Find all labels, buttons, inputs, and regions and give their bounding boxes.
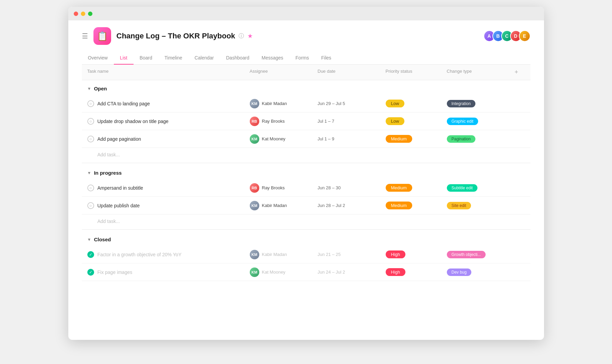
app-icon-symbol: 📋 <box>97 31 108 41</box>
section-inprogress-header[interactable]: ▼ In progress <box>82 164 530 179</box>
priority-value: High <box>386 250 406 258</box>
priority-badge[interactable]: Medium <box>386 135 447 143</box>
task-check[interactable]: ○ <box>87 185 94 191</box>
col-due-date[interactable]: Due date <box>318 69 386 76</box>
type-badge[interactable]: Integration <box>447 100 508 107</box>
info-icon[interactable]: ⓘ <box>239 33 244 40</box>
assignee-name: Kabir Madan <box>262 203 287 208</box>
table-row: ○ Add page pagination KM Kat Mooney Jul … <box>82 130 530 148</box>
due-date: Jun 29 – Jul 5 <box>318 101 386 106</box>
task-name-cell: ○ Update drop shadow on title page <box>87 118 250 125</box>
priority-badge[interactable]: High <box>386 268 447 276</box>
assignee-avatar: RB <box>250 183 259 193</box>
task-name-cell: ○ Add CTA to landing page <box>87 100 250 107</box>
priority-badge[interactable]: Low <box>386 100 447 107</box>
type-value: Pagination <box>447 135 476 143</box>
add-task-inprogress[interactable]: Add task... <box>82 214 530 228</box>
priority-badge[interactable]: Medium <box>386 184 447 192</box>
section-separator <box>82 163 530 163</box>
task-check-done[interactable]: ✓ <box>87 251 94 258</box>
table-row: ✓ Factor in a growth objective of 20% Yo… <box>82 246 530 263</box>
table-row: ○ Add CTA to landing page KM Kabir Madan… <box>82 95 530 112</box>
close-button[interactable] <box>74 12 78 16</box>
task-name-cell: ✓ Fix page images <box>87 269 250 276</box>
task-name-cell: ○ Ampersand in subtitle <box>87 185 250 191</box>
priority-value: Medium <box>386 135 412 143</box>
task-name: Factor in a growth objective of 20% YoY <box>98 252 181 257</box>
col-priority[interactable]: Priority status <box>386 69 447 76</box>
task-name: Update drop shadow on title page <box>98 119 169 124</box>
assignee-name: Kabir Madan <box>262 252 287 257</box>
due-date: Jul 1 – 7 <box>318 119 386 124</box>
table-row: ○ Update publish date KM Kabir Madan Jun… <box>82 197 530 214</box>
tab-forms[interactable]: Forms <box>290 52 315 65</box>
app-header: ☰ 📋 Change Log – The OKR Playbook ⓘ ★ A … <box>82 27 530 45</box>
task-check[interactable]: ○ <box>87 100 94 107</box>
due-date: Jul 1 – 9 <box>318 136 386 141</box>
tab-messages[interactable]: Messages <box>256 52 290 65</box>
tab-calendar[interactable]: Calendar <box>188 52 220 65</box>
assignee-cell: RB Ray Brooks <box>250 117 318 126</box>
star-icon[interactable]: ★ <box>247 32 253 40</box>
type-badge[interactable]: Pagination <box>447 135 508 143</box>
tab-list[interactable]: List <box>114 52 134 65</box>
tab-dashboard[interactable]: Dashboard <box>220 52 256 65</box>
assignee-cell: KM Kabir Madan <box>250 250 318 259</box>
task-name: Fix page images <box>98 270 133 275</box>
task-check[interactable]: ○ <box>87 202 94 209</box>
assignee-name: Kabir Madan <box>262 101 287 106</box>
avatar[interactable]: E <box>519 30 530 42</box>
col-task-name[interactable]: Task name <box>87 69 250 76</box>
priority-badge[interactable]: Low <box>386 117 447 125</box>
add-column-button[interactable]: + <box>508 69 525 76</box>
add-task-open[interactable]: Add task... <box>82 148 530 161</box>
priority-value: Low <box>386 117 405 125</box>
assignee-avatar: KM <box>250 134 259 144</box>
priority-badge[interactable]: High <box>386 250 447 258</box>
section-open-header[interactable]: ▼ Open <box>82 80 530 95</box>
col-change-type[interactable]: Change type <box>447 69 508 76</box>
tab-overview[interactable]: Overview <box>82 52 114 65</box>
tab-files[interactable]: Files <box>315 52 337 65</box>
tab-board[interactable]: Board <box>134 52 158 65</box>
minimize-button[interactable] <box>81 12 85 16</box>
priority-value: High <box>386 268 406 276</box>
task-name: Add CTA to landing page <box>98 101 150 106</box>
due-date: Jun 21 – 25 <box>318 252 386 257</box>
section-closed-chevron: ▼ <box>87 237 91 242</box>
task-check-done[interactable]: ✓ <box>87 269 94 276</box>
task-name: Ampersand in subtitle <box>98 185 143 191</box>
priority-badge[interactable]: Medium <box>386 202 447 209</box>
task-check[interactable]: ○ <box>87 118 94 125</box>
col-assignee[interactable]: Assignee <box>250 69 318 76</box>
app-title-group: Change Log – The OKR Playbook ⓘ ★ <box>117 32 253 40</box>
type-badge[interactable]: Growth objecti... <box>447 251 508 258</box>
table-row: ○ Update drop shadow on title page RB Ra… <box>82 112 530 130</box>
type-value: Integration <box>447 100 476 107</box>
maximize-button[interactable] <box>88 12 92 16</box>
section-open-chevron: ▼ <box>87 86 91 91</box>
type-badge[interactable]: Graphic edit <box>447 118 508 125</box>
assignee-name: Kat Mooney <box>262 136 285 141</box>
type-badge[interactable]: Site edit <box>447 202 508 209</box>
assignee-cell: KM Kat Mooney <box>250 267 318 277</box>
section-inprogress-chevron: ▼ <box>87 171 91 175</box>
menu-icon[interactable]: ☰ <box>82 32 88 40</box>
priority-value: Medium <box>386 184 412 192</box>
tab-timeline[interactable]: Timeline <box>158 52 188 65</box>
type-badge[interactable]: Dev bug <box>447 268 508 276</box>
assignee-cell: KM Kabir Madan <box>250 99 318 108</box>
app-icon: 📋 <box>93 27 111 45</box>
assignee-avatar: KM <box>250 250 259 259</box>
task-name-cell: ○ Update publish date <box>87 202 250 209</box>
section-separator <box>82 229 530 230</box>
assignee-cell: KM Kabir Madan <box>250 201 318 210</box>
task-check[interactable]: ○ <box>87 136 94 142</box>
nav-tabs: Overview List Board Timeline Calendar Da… <box>82 52 530 65</box>
type-badge[interactable]: Subtitle edit <box>447 184 508 192</box>
collaborator-avatars: A B C D E <box>484 30 530 42</box>
titlebar <box>68 7 544 20</box>
task-name: Add page pagination <box>98 136 141 142</box>
table-header: Task name Assignee Due date Priority sta… <box>82 65 530 80</box>
section-closed-header[interactable]: ▼ Closed <box>82 231 530 246</box>
